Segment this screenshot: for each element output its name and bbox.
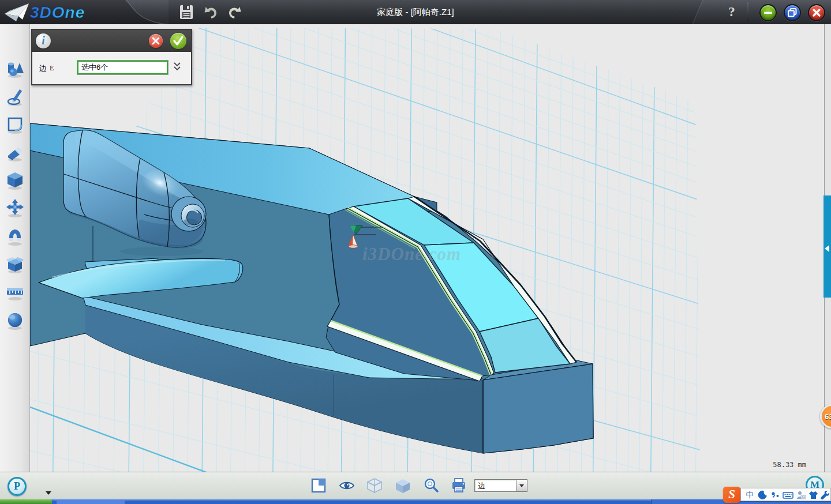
p-menu-caret-icon[interactable] [46,491,51,495]
redo-button[interactable] [226,4,244,20]
dialog-cancel-button[interactable] [149,34,163,48]
dialog-ok-button[interactable] [170,33,186,49]
measurement-readout: 58.33 mm [743,461,806,469]
expand-left-icon [825,245,829,252]
edge-selection-input[interactable] [77,61,168,74]
basic-solids-icon[interactable] [6,59,24,79]
minimize-button[interactable] [759,4,777,21]
visibility-eye-icon[interactable] [339,477,355,494]
window-title: 家庭版 - [阿帕奇.Z1] [0,0,831,24]
info-icon: i [36,33,51,48]
print-icon[interactable] [451,477,467,494]
model-nose-front [483,364,593,453]
collapsed-panel-tab[interactable] [823,195,831,298]
close-button[interactable] [808,4,825,21]
dialog-header[interactable]: i [32,30,191,52]
ime-skin-person-icon[interactable]: 14 [795,490,806,501]
display-mode-combobox[interactable]: 边 [474,479,527,492]
ime-settings-wrench-icon[interactable] [819,490,830,501]
ime-person-count: 14 [802,495,805,499]
view-plane-icon[interactable] [310,477,327,494]
ime-sogou-logo[interactable]: S [723,487,740,503]
titlebar-separator [747,2,748,22]
ime-punctuation-icon[interactable] [770,490,781,501]
sketch-surface-icon[interactable] [6,115,24,134]
edge-field-key: E [50,64,54,73]
ime-toolbar: 中 14 [740,488,831,501]
wireframe-cube-icon[interactable] [366,477,383,494]
edge-field-label: 边 [39,63,47,74]
help-button[interactable]: ? [723,3,740,21]
special-feature-icon[interactable] [6,171,24,190]
selection-dialog: i 边 E [31,29,192,85]
p-menu-button[interactable]: P [8,477,27,496]
windows-taskbar[interactable] [0,499,831,504]
expand-more-icon[interactable] [173,61,182,73]
3d-viewport[interactable]: i3DOne.com 58.33 mm [30,24,824,472]
auto-assembly-icon[interactable] [6,227,24,246]
display-mode-value: 边 [478,481,485,491]
ime-shirt-icon[interactable] [808,490,819,501]
save-button[interactable] [178,4,195,20]
shaded-cube-icon[interactable] [395,477,411,494]
title-bar: 3DOne 家庭版 - [阿帕奇.Z1] ? [0,0,831,24]
ime-fullhalf-moon-icon[interactable] [757,490,768,501]
maximize-restore-button[interactable] [784,4,801,21]
dialog-body: 边 E [32,52,191,84]
combo-dropdown-icon[interactable] [516,480,527,491]
ime-lang-chinese[interactable]: 中 [744,490,755,501]
taskbar-start-button[interactable] [0,499,52,504]
sketch-icon[interactable] [6,87,24,107]
material-render-icon[interactable] [6,311,24,330]
watermark: i3DOne.com [362,244,461,264]
left-toolbar [0,24,30,499]
undo-button[interactable] [202,4,219,20]
scene-canvas: i3DOne.com [30,24,824,472]
move-transform-icon[interactable] [6,198,24,218]
measure-icon[interactable] [6,282,24,302]
combine-icon[interactable] [6,254,24,274]
ime-keyboard-icon[interactable] [783,490,793,501]
taskbar-app-button[interactable] [57,499,125,504]
bottom-toolbar: P 边 M [0,472,831,499]
trim-delete-icon[interactable] [6,143,24,163]
zoom-icon[interactable] [423,477,439,494]
